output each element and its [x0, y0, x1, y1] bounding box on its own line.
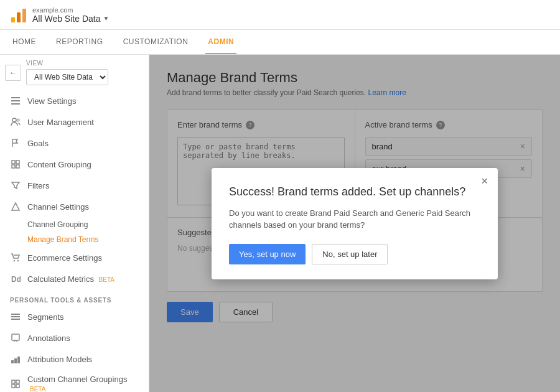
sidebar: ← VIEW All Web Site Data View Settings U…: [0, 55, 149, 392]
channel-icon: [10, 201, 21, 212]
calculated-metrics-badge: BETA: [99, 276, 114, 283]
svg-rect-19: [12, 334, 19, 340]
settings-icon: [10, 95, 21, 106]
metrics-icon: Dd: [10, 273, 21, 284]
ecommerce-icon: [10, 252, 21, 263]
modal-dialog: × Success! Brand terms added. Set up cha…: [212, 168, 498, 279]
sidebar-item-content-grouping[interactable]: Content Grouping: [0, 154, 149, 175]
modal-overlay[interactable]: × Success! Brand terms added. Set up cha…: [149, 55, 560, 392]
sidebar-item-view-settings[interactable]: View Settings: [0, 90, 149, 111]
nav-bar: HOME REPORTING CUSTOMIZATION ADMIN: [0, 30, 560, 55]
main-layout: ← VIEW All Web Site Data View Settings U…: [0, 55, 560, 392]
svg-rect-25: [12, 385, 15, 388]
svg-marker-12: [12, 203, 19, 210]
custom-channel-badge: BETA: [30, 386, 45, 392]
modal-body: Do you want to create Brand Paid Search …: [229, 207, 480, 231]
annotations-icon: [10, 332, 21, 343]
flag-icon: [10, 138, 21, 149]
site-name[interactable]: All Web Site Data ▼: [32, 14, 109, 24]
sidebar-item-goals[interactable]: Goals: [0, 133, 149, 154]
nav-home[interactable]: HOME: [10, 30, 39, 54]
sidebar-item-segments[interactable]: Segments: [0, 306, 149, 327]
modal-yes-button[interactable]: Yes, set up now: [229, 244, 306, 264]
view-section: VIEW All Web Site Data: [26, 60, 139, 85]
logo: example.com All Web Site Data ▼: [10, 6, 109, 24]
svg-rect-5: [11, 103, 20, 105]
svg-rect-8: [12, 161, 15, 164]
svg-rect-2: [22, 9, 26, 22]
view-row: ← VIEW All Web Site Data: [0, 55, 149, 90]
view-label: VIEW: [26, 60, 139, 67]
svg-rect-21: [14, 358, 17, 363]
svg-rect-1: [17, 12, 21, 22]
sidebar-item-user-management[interactable]: User Management: [0, 111, 149, 133]
nav-reporting[interactable]: REPORTING: [54, 30, 106, 54]
modal-no-button[interactable]: No, set up later: [312, 244, 388, 264]
domain-text: example.com: [32, 6, 109, 14]
modal-close-button[interactable]: ×: [481, 175, 488, 187]
modal-buttons: Yes, set up now No, set up later: [229, 244, 480, 264]
sidebar-item-custom-channel[interactable]: Custom Channel Groupings BETA: [0, 370, 149, 392]
sidebar-sub-channel-grouping[interactable]: Channel Grouping: [27, 217, 149, 232]
svg-rect-16: [11, 314, 20, 315]
svg-point-14: [17, 260, 19, 261]
modal-title: Success! Brand terms added. Set up chann…: [229, 185, 480, 198]
attribution-icon: [10, 353, 21, 365]
svg-rect-18: [11, 319, 20, 320]
sidebar-item-annotations[interactable]: Annotations: [0, 327, 149, 348]
top-bar: example.com All Web Site Data ▼: [0, 0, 560, 30]
personal-tools-title: PERSONAL TOOLS & ASSETS: [0, 289, 149, 306]
sidebar-item-ecommerce[interactable]: Ecommerce Settings: [0, 247, 149, 268]
site-dropdown-arrow: ▼: [103, 15, 109, 22]
svg-rect-11: [16, 165, 19, 168]
users-icon: [10, 116, 21, 128]
sidebar-item-filters[interactable]: Filters: [0, 175, 149, 196]
site-info: example.com All Web Site Data ▼: [32, 6, 109, 24]
svg-text:Dd: Dd: [11, 275, 21, 284]
nav-admin[interactable]: ADMIN: [205, 30, 236, 54]
svg-point-13: [14, 260, 15, 261]
svg-rect-4: [11, 100, 20, 101]
nav-customization[interactable]: CUSTOMIZATION: [121, 30, 191, 54]
analytics-logo: [10, 6, 27, 24]
sidebar-item-channel-settings[interactable]: Channel Settings: [0, 196, 149, 217]
segments-icon: [10, 311, 21, 322]
sidebar-item-calculated-metrics[interactable]: Dd Calculated Metrics BETA: [0, 268, 149, 289]
svg-rect-26: [16, 385, 19, 388]
svg-rect-20: [11, 360, 14, 363]
view-select[interactable]: All Web Site Data: [26, 69, 108, 85]
svg-rect-3: [11, 97, 20, 98]
svg-rect-24: [16, 380, 19, 383]
svg-rect-22: [17, 357, 20, 363]
svg-point-7: [17, 119, 19, 121]
svg-rect-17: [11, 316, 20, 317]
content-area: Manage Brand Terms Add brand terms to be…: [149, 55, 560, 392]
svg-point-6: [12, 118, 16, 122]
svg-rect-9: [16, 161, 19, 164]
svg-rect-23: [12, 380, 15, 383]
svg-rect-0: [11, 17, 15, 22]
sidebar-item-attribution[interactable]: Attribution Models: [0, 348, 149, 370]
content-icon: [10, 159, 21, 170]
sidebar-sub-manage-brand-terms[interactable]: Manage Brand Terms: [27, 232, 149, 247]
filter-icon: [10, 180, 21, 191]
back-button[interactable]: ←: [5, 65, 21, 81]
sidebar-sub-menu: Channel Grouping Manage Brand Terms: [0, 217, 149, 247]
svg-rect-10: [12, 165, 15, 168]
custom-channel-icon: [10, 378, 21, 390]
